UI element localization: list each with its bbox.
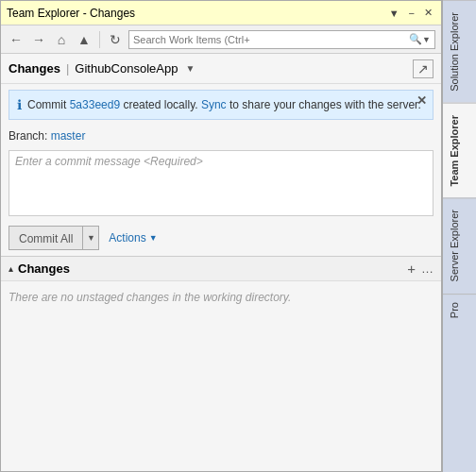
window-controls: ▼ − ✕ <box>386 7 435 19</box>
commit-message-area[interactable]: Enter a commit message <Required> <box>8 150 434 216</box>
title-bar: Team Explorer - Changes ▼ − ✕ <box>1 1 441 25</box>
branch-line: Branch: master <box>1 126 441 146</box>
info-pre-text: Commit <box>27 98 66 111</box>
action-row: Commit All ▼ Actions ▼ <box>1 220 441 256</box>
actions-button[interactable]: Actions ▼ <box>105 226 161 250</box>
changes-section: ▴ Changes + … There are no unstaged chan… <box>1 256 441 471</box>
close-btn[interactable]: ✕ <box>421 7 435 19</box>
commit-all-button[interactable]: Commit All <box>8 226 82 250</box>
sidebar-item-server-explorer[interactable]: Server Explorer <box>443 197 476 293</box>
changes-title: Changes <box>18 261 70 276</box>
commit-id[interactable]: 5a33eed9 <box>70 98 120 111</box>
info-text: Commit 5a33eed9 created locally. Sync to… <box>27 96 425 113</box>
info-icon: ℹ <box>17 97 22 112</box>
search-input[interactable] <box>133 34 409 45</box>
info-close-button[interactable]: ✕ <box>416 94 427 107</box>
back-button[interactable]: ← <box>7 30 26 49</box>
section-title: Changes <box>8 61 60 76</box>
branch-name[interactable]: master <box>51 129 86 143</box>
repo-name: GithubConsoleApp <box>75 61 178 76</box>
search-box[interactable]: 🔍 ▼ <box>128 30 435 49</box>
actions-label: Actions <box>109 231 145 244</box>
changes-add-button[interactable]: + <box>407 261 416 276</box>
changes-empty-message: There are no unstaged changes in the wor… <box>8 291 291 304</box>
sidebar-item-team-explorer[interactable]: Team Explorer <box>443 103 476 198</box>
repo-dropdown-icon[interactable]: ▼ <box>183 61 196 76</box>
expand-button[interactable]: ↗ <box>413 59 434 78</box>
refresh-button[interactable]: ↻ <box>106 30 125 49</box>
header-separator: | <box>66 61 69 76</box>
forward-button[interactable]: → <box>29 30 48 49</box>
sidebar-item-pro[interactable]: Pro <box>443 294 476 326</box>
sidebar-item-solution-explorer[interactable]: Solution Explorer <box>443 0 476 103</box>
minimize-btn[interactable]: − <box>406 8 417 19</box>
branch-label: Branch: <box>8 129 47 143</box>
commit-all-button-group: Commit All ▼ <box>8 226 99 250</box>
search-icon: 🔍 <box>409 33 422 45</box>
header-left: Changes | GithubConsoleApp ▼ <box>8 61 196 76</box>
commit-placeholder: Enter a commit message <Required> <box>15 155 203 168</box>
info-banner: ℹ Commit 5a33eed9 created locally. Sync … <box>8 90 434 120</box>
window-title: Team Explorer - Changes <box>7 7 135 20</box>
changes-header-right: + … <box>407 261 434 276</box>
dropdown-btn[interactable]: ▼ <box>386 8 402 19</box>
sync-link[interactable]: Sync <box>201 98 227 111</box>
main-panel: Team Explorer - Changes ▼ − ✕ ← → ⌂ ▲ ↻ … <box>0 0 442 472</box>
pin-button[interactable]: ▲ <box>75 30 94 49</box>
commit-all-dropdown[interactable]: ▼ <box>82 226 99 250</box>
changes-more-button[interactable]: … <box>421 261 434 276</box>
actions-arrow-icon: ▼ <box>149 233 158 243</box>
changes-body: There are no unstaged changes in the wor… <box>1 281 441 313</box>
home-button[interactable]: ⌂ <box>52 30 71 49</box>
header-bar: Changes | GithubConsoleApp ▼ ↗ <box>1 54 441 84</box>
toolbar-separator <box>99 31 100 48</box>
changes-header: ▴ Changes + … <box>1 257 441 281</box>
changes-header-left: ▴ Changes <box>8 261 70 276</box>
changes-collapse-icon[interactable]: ▴ <box>8 263 13 274</box>
info-created-text: created locally. <box>123 98 197 111</box>
side-tabs: Solution Explorer Team Explorer Server E… <box>442 0 476 472</box>
search-dropdown-icon[interactable]: ▼ <box>422 35 431 44</box>
info-post-text: to share your changes with the server. <box>230 98 421 111</box>
toolbar: ← → ⌂ ▲ ↻ 🔍 ▼ <box>1 25 441 54</box>
